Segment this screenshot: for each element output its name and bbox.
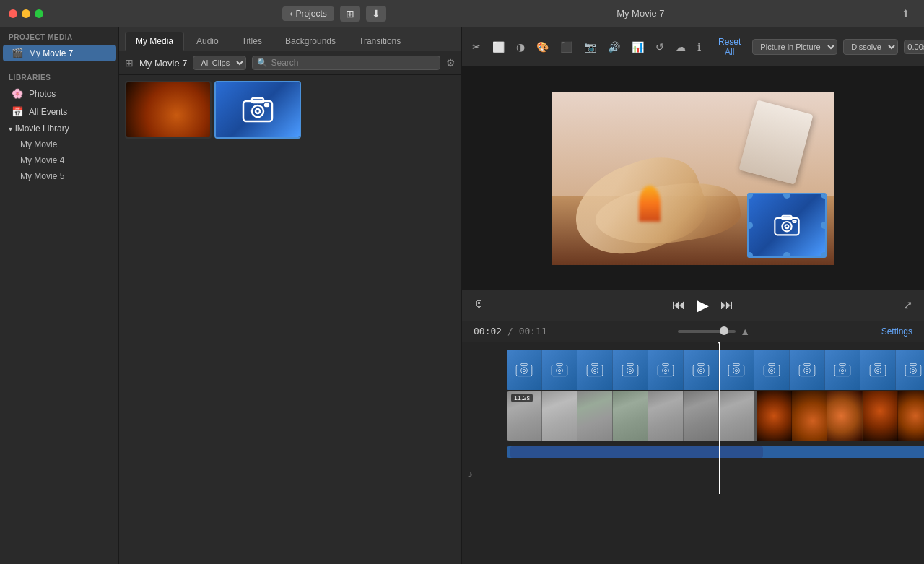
fullscreen-icon-button[interactable]: ⤢ bbox=[903, 298, 912, 312]
duration-badge: 11.2s bbox=[511, 394, 533, 402]
duration-input[interactable] bbox=[904, 40, 924, 54]
pip-track-row bbox=[505, 350, 924, 390]
svg-rect-30 bbox=[693, 365, 709, 376]
audio-tool-button[interactable]: 🔊 bbox=[605, 40, 623, 54]
search-icon: 🔍 bbox=[257, 58, 268, 68]
svg-point-6 bbox=[782, 222, 791, 231]
svg-point-17 bbox=[558, 369, 560, 371]
svg-point-57 bbox=[912, 369, 914, 371]
pip-overlay[interactable] bbox=[747, 193, 827, 258]
sidebar-item-my-movie[interactable]: My Movie bbox=[3, 137, 116, 152]
timeline-header: 00:02 / 00:11 ▲ Settings bbox=[462, 321, 924, 342]
sidebar-item-my-movie-5[interactable]: My Movie 5 bbox=[3, 169, 116, 183]
crop-tool-button[interactable]: ✂ bbox=[469, 40, 484, 54]
zoom-controls: ▲ bbox=[678, 326, 750, 337]
layout-icon-button[interactable]: ⊞ bbox=[340, 6, 360, 22]
svg-rect-16 bbox=[557, 363, 563, 365]
camera-tool-button[interactable]: 📷 bbox=[581, 40, 599, 54]
wheel-tool-button[interactable]: 🎨 bbox=[533, 40, 552, 54]
timeline-settings-button[interactable]: Settings bbox=[881, 326, 912, 337]
pip-mode-select[interactable]: Picture in Picture bbox=[752, 39, 837, 55]
sidebar-library-label: iMovie Library bbox=[15, 123, 69, 134]
color-tool-button[interactable]: ◑ bbox=[513, 40, 528, 54]
vid-cell bbox=[684, 391, 719, 441]
skip-forward-button[interactable]: ⏭ bbox=[720, 298, 733, 313]
svg-point-11 bbox=[521, 367, 528, 373]
clips-filter-select[interactable]: All Clips bbox=[193, 56, 246, 70]
layout-toggle-button[interactable]: ⊞ bbox=[125, 57, 134, 69]
svg-rect-4 bbox=[265, 104, 269, 106]
sidebar-item-all-events[interactable]: 📅 All Events bbox=[3, 103, 116, 120]
pip-cell bbox=[542, 350, 578, 390]
middle-panel: My Media Audio Titles Backgrounds Transi… bbox=[119, 27, 462, 564]
pip-resize-br[interactable] bbox=[821, 252, 827, 258]
pip-cell bbox=[754, 350, 790, 390]
pip-camera-icon bbox=[772, 211, 801, 240]
pip-resize-bm[interactable] bbox=[783, 252, 790, 258]
search-input[interactable] bbox=[271, 58, 435, 68]
timeline-area[interactable]: 11.2s bbox=[462, 342, 924, 565]
skip-back-button[interactable]: ⏮ bbox=[672, 298, 685, 313]
svg-rect-50 bbox=[870, 365, 886, 376]
eq-tool-button[interactable]: 📊 bbox=[629, 40, 647, 54]
svg-point-43 bbox=[804, 367, 811, 373]
microphone-button[interactable]: 🎙 bbox=[474, 299, 485, 312]
svg-rect-32 bbox=[698, 363, 705, 365]
tab-transitions[interactable]: Transitions bbox=[348, 32, 411, 51]
overlay-tool-button[interactable]: ☁ bbox=[673, 40, 689, 54]
svg-rect-54 bbox=[905, 365, 921, 376]
pip-track bbox=[507, 350, 924, 390]
project-media-header: PROJECT MEDIA bbox=[0, 27, 118, 44]
close-button[interactable] bbox=[9, 9, 17, 18]
balance-tool-button[interactable]: ⬜ bbox=[489, 40, 507, 54]
zoom-slider[interactable] bbox=[678, 330, 736, 333]
play-button[interactable]: ▶ bbox=[697, 296, 709, 315]
playhead-triangle bbox=[715, 342, 723, 344]
pip-resize-tr[interactable] bbox=[821, 193, 827, 199]
sidebar-item-photos[interactable]: 🌸 Photos bbox=[3, 85, 116, 102]
sidebar-item-imovie-library[interactable]: ▾ iMovie Library bbox=[0, 121, 118, 136]
tab-audio[interactable]: Audio bbox=[186, 32, 230, 51]
fullscreen-button[interactable] bbox=[35, 9, 43, 18]
sidebar-item-my-movie-4[interactable]: My Movie 4 bbox=[3, 153, 116, 168]
search-box: 🔍 bbox=[252, 56, 440, 70]
speed-tool-button[interactable]: ↺ bbox=[653, 40, 667, 54]
tab-backgrounds[interactable]: Backgrounds bbox=[274, 32, 346, 51]
pip-cell bbox=[860, 350, 896, 390]
pip-cell bbox=[896, 350, 924, 390]
svg-point-45 bbox=[806, 369, 808, 371]
minimize-button[interactable] bbox=[22, 9, 30, 18]
svg-point-27 bbox=[663, 367, 669, 373]
pip-cell bbox=[790, 350, 825, 390]
chevron-left-icon: ‹ bbox=[289, 9, 292, 19]
media-thumbnail-1[interactable] bbox=[125, 81, 212, 139]
svg-point-53 bbox=[876, 369, 879, 371]
tab-my-media[interactable]: My Media bbox=[125, 32, 184, 51]
frame-tool-button[interactable]: ⬛ bbox=[557, 40, 575, 54]
projects-button[interactable]: ‹ Projects bbox=[282, 6, 334, 21]
settings-gear-button[interactable]: ⚙ bbox=[446, 57, 456, 69]
tab-titles[interactable]: Titles bbox=[231, 32, 273, 51]
zoom-thumb[interactable] bbox=[720, 326, 728, 335]
svg-point-29 bbox=[664, 369, 666, 371]
pip-cell bbox=[648, 350, 684, 390]
pip-resize-mr[interactable] bbox=[821, 222, 827, 229]
media-thumbnail-2[interactable] bbox=[214, 81, 301, 139]
svg-rect-40 bbox=[769, 363, 775, 365]
download-icon-button[interactable]: ⬇ bbox=[366, 6, 386, 22]
info-tool-button[interactable]: ℹ bbox=[694, 40, 704, 54]
svg-rect-20 bbox=[592, 363, 598, 365]
pip-resize-bl[interactable] bbox=[747, 252, 753, 258]
timeline-bottom: ♪ bbox=[462, 459, 924, 488]
vid-cell bbox=[578, 391, 613, 441]
share-button[interactable]: ⬆ bbox=[895, 6, 915, 22]
chevron-down-icon: ▾ bbox=[9, 125, 12, 133]
reset-all-button[interactable]: Reset All bbox=[718, 37, 741, 57]
sidebar-item-label: Photos bbox=[29, 89, 56, 99]
flame bbox=[639, 186, 661, 222]
sidebar-item-my-movie-7[interactable]: 🎬 My Movie 7 bbox=[3, 45, 116, 61]
right-panel: ✂ ⬜ ◑ 🎨 ⬛ 📷 🔊 📊 ↺ ☁ ℹ Reset All Picture … bbox=[462, 27, 924, 564]
svg-rect-18 bbox=[587, 365, 603, 376]
dissolve-select[interactable]: Dissolve bbox=[843, 39, 898, 55]
playback-right: ⤢ bbox=[903, 298, 912, 312]
